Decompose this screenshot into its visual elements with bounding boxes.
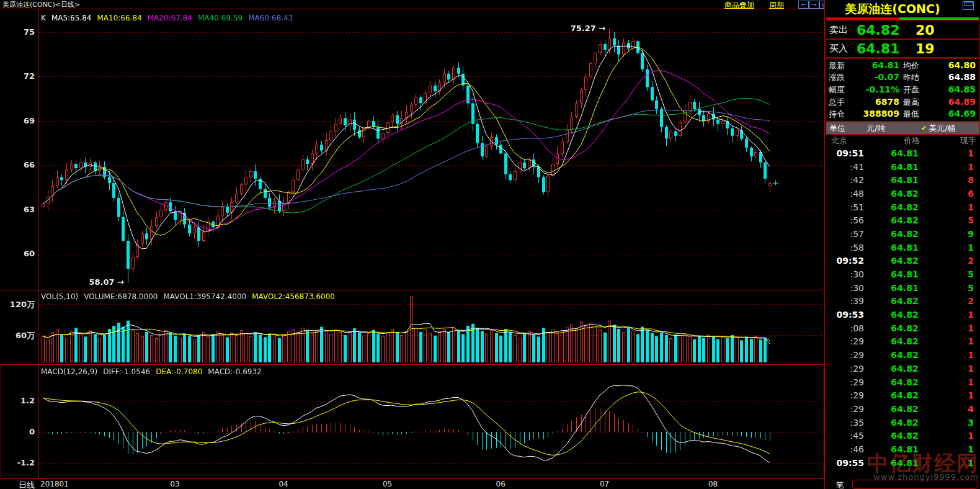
tick-row: :5664.825: [826, 213, 976, 227]
buy-ratio-segment: [899, 17, 979, 20]
maximize-icon[interactable]: [963, 1, 974, 10]
indicator-label-part: K: [41, 14, 46, 22]
tick-price: 64.81: [864, 175, 945, 185]
price-tick-label: 66: [0, 160, 35, 169]
indicator-label-part: VOL(5,10): [41, 292, 78, 301]
tick-time: :58: [826, 243, 864, 253]
tick-time: 09:51: [826, 148, 864, 158]
tick-row: :5164.821: [826, 200, 976, 214]
tick-time: :29: [826, 336, 864, 346]
tick-row: :2964.824: [826, 402, 976, 416]
tick-time: :08: [826, 323, 864, 333]
indicator-label-part: MACD:-0.6932: [208, 367, 261, 376]
stat-label: 持仓: [826, 109, 852, 120]
quote-stats-grid: 最新64.81均价64.80涨跌-0.07昨结64.88幅度-0.11%开盘64…: [826, 58, 980, 122]
tick-qty: 1: [945, 458, 976, 468]
indicator-label-part: DEA:-0.7080: [156, 367, 202, 376]
tab-pen[interactable]: 笔: [836, 480, 844, 489]
tick-row: 09:5564.811: [826, 456, 976, 470]
unit-option-usd-per-barrel[interactable]: 美元/桶: [929, 123, 955, 134]
tick-time: :45: [826, 431, 864, 441]
indicator-label-part: MAVOL2:456873.6000: [252, 292, 335, 301]
macd-tick-label: 1.2: [0, 396, 35, 405]
volume-values-label: VOL(5,10)VOLUME:6878.0000MAVOL1:395742.4…: [41, 292, 341, 301]
indicator-label-part: MA5:65.84: [51, 14, 92, 22]
bid-price: 64.81: [857, 41, 915, 56]
x-axis-month-label: 08: [708, 480, 718, 488]
tick-price: 64.82: [864, 364, 945, 374]
tick-list[interactable]: 09:5164.811:4164.811:4264.818:4864.826:5…: [826, 146, 976, 472]
tick-time: :51: [826, 202, 864, 212]
indicator-label-part: MA10:66.84: [97, 14, 141, 22]
tick-qty: 1: [945, 336, 976, 346]
tick-qty: 9: [945, 229, 976, 239]
ask-row: 卖出 64.82 20: [826, 20, 980, 39]
tick-price: 64.82: [864, 323, 945, 333]
tick-qty: 2: [945, 256, 976, 266]
macd-chart-canvas[interactable]: [38, 365, 825, 478]
stat-value: 388809: [852, 109, 901, 120]
indicator-label-part: DIFF:-1.0546: [103, 367, 150, 376]
tick-list-header: 北京 价格 现手: [826, 135, 976, 145]
tick-qty: 1: [945, 444, 976, 454]
tick-row: :0864.821: [826, 321, 976, 335]
x-axis-month-label: 04: [278, 480, 288, 488]
tick-time: :29: [826, 364, 864, 374]
tick-time: :29: [826, 404, 864, 414]
tick-price: 64.81: [864, 444, 945, 454]
volume-chart-canvas[interactable]: [38, 290, 825, 364]
tick-price: 64.82: [864, 229, 945, 239]
extreme-price-annotation: 75.27 →: [571, 24, 606, 33]
unit-option-cny-per-ton[interactable]: 元/吨: [866, 123, 921, 134]
prev-arrow-icon[interactable]: ←: [798, 1, 809, 9]
tick-time: :35: [826, 418, 864, 428]
price-tick-label: 75: [0, 27, 35, 37]
tick-time: :42: [826, 175, 864, 185]
stat-value: 6878: [852, 97, 901, 108]
tick-row: :5764.829: [826, 227, 976, 241]
unit-label: 单位: [829, 123, 866, 134]
tick-price: 64.82: [864, 431, 945, 441]
tick-qty: 8: [945, 175, 976, 185]
bid-row: 买入 64.81 19: [826, 39, 980, 58]
stat-value: 64.85: [929, 84, 977, 96]
tick-row: 09:5264.822: [826, 254, 976, 268]
tick-qty: 1: [945, 202, 976, 212]
ma-values-label: KMA5:65.84MA10:66.84MA20:67.84MA40:69.59…: [41, 14, 298, 22]
tick-qty: 1: [945, 364, 976, 374]
tick-row: :4864.826: [826, 187, 976, 200]
tick-row: :5864.811: [826, 241, 976, 254]
tick-price: 64.82: [864, 336, 945, 346]
tick-time: :29: [826, 377, 864, 387]
stat-value: -0.11%: [852, 84, 901, 96]
tick-list-header-qty: 现手: [949, 135, 976, 145]
tick-qty: 2: [945, 296, 976, 306]
tick-row: 09:5364.821: [826, 308, 976, 321]
tick-time: :29: [826, 350, 864, 360]
tick-row: :3064.815: [826, 267, 976, 281]
tick-qty: 1: [945, 323, 976, 333]
bid-qty: 19: [915, 41, 935, 56]
tick-time: 09:53: [826, 310, 864, 320]
window-title: 美原油连(CONC)<日线>: [2, 0, 80, 9]
next-arrow-icon[interactable]: →: [809, 1, 819, 9]
tick-price: 64.81: [864, 148, 945, 158]
tick-qty: 1: [945, 350, 976, 360]
x-axis-month-label: 07: [600, 480, 609, 488]
tick-price: 64.81: [864, 162, 945, 172]
x-axis-month-label: 06: [496, 480, 506, 488]
tick-time: :41: [826, 162, 864, 172]
tick-qty: 1: [945, 148, 976, 158]
indicator-label-part: MA40:69.59: [198, 14, 243, 22]
price-tick-label: 72: [0, 71, 35, 81]
stat-label: 最新: [826, 60, 852, 71]
candlestick-chart-canvas[interactable]: [38, 9, 825, 290]
bid-label: 买入: [829, 43, 857, 55]
tick-row: :3564.823: [826, 416, 976, 429]
stat-value: 64.81: [852, 60, 901, 71]
tick-price: 64.81: [864, 458, 945, 468]
tick-row: :3064.815: [826, 281, 976, 295]
macd-tick-label: 0: [0, 427, 35, 436]
tick-time: :56: [826, 215, 864, 225]
tick-row: :2964.821: [826, 362, 976, 375]
